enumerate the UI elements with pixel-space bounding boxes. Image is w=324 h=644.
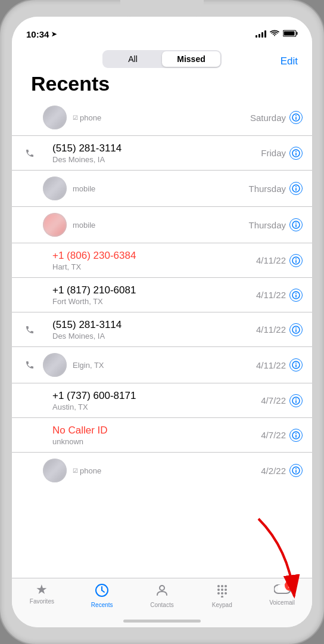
call-date: 4/7/22 — [261, 430, 286, 440]
contact-avatar — [43, 213, 67, 237]
call-sub: mobile — [73, 221, 248, 230]
svg-point-44 — [221, 589, 223, 591]
call-list-item[interactable]: (515) 281-3114 Des Moines, IA Friday — [12, 136, 312, 171]
info-button[interactable] — [289, 182, 303, 195]
svg-rect-7 — [295, 153, 297, 156]
call-date: 4/11/22 — [256, 360, 286, 370]
svg-rect-4 — [295, 117, 297, 120]
call-date: 4/11/22 — [256, 290, 286, 300]
call-list: ☑phone Saturday (515) 281-3114 Des Moine… — [12, 100, 312, 578]
info-button[interactable] — [289, 323, 303, 336]
missed-tab[interactable]: Missed — [162, 51, 220, 67]
svg-point-42 — [225, 585, 227, 587]
call-details: ☑phone — [73, 466, 261, 475]
call-list-item[interactable]: ☑phone 4/2/22 — [12, 453, 312, 488]
call-list-item[interactable]: No Caller ID unknown 4/7/22 — [12, 418, 312, 453]
recents-label: Recents — [91, 602, 113, 608]
call-date: Saturday — [250, 113, 286, 123]
call-date: Thursday — [248, 220, 286, 230]
call-sub-label: unknown — [52, 437, 83, 446]
call-list-item[interactable]: mobile Thursday — [12, 171, 312, 207]
info-button[interactable] — [289, 464, 303, 477]
svg-point-17 — [295, 258, 297, 259]
info-button[interactable] — [289, 358, 303, 371]
contact-avatar — [43, 459, 67, 482]
call-name: No Caller ID — [52, 425, 261, 436]
call-sub-label: Des Moines, IA — [52, 332, 105, 340]
call-details: Elgin, TX — [73, 360, 256, 370]
time-display: 10:34 — [26, 29, 49, 39]
contacts-icon — [155, 583, 169, 600]
edit-button[interactable]: Edit — [281, 55, 298, 67]
home-indicator — [123, 620, 201, 623]
call-sub: mobile — [73, 184, 248, 193]
call-details: mobile — [73, 220, 248, 230]
tab-recents[interactable]: Recents — [72, 583, 132, 608]
call-sub-label: Austin, TX — [52, 402, 88, 411]
call-list-item[interactable]: (515) 281-3114 Des Moines, IA 4/11/22 — [12, 312, 312, 347]
call-sub: unknown — [52, 437, 261, 446]
call-list-item[interactable]: ☑phone Saturday — [12, 100, 312, 136]
tab-keypad[interactable]: Keypad — [192, 583, 252, 608]
call-sub-label: phone — [80, 113, 101, 122]
svg-rect-1 — [297, 32, 298, 35]
segmented-control: All Missed — [102, 50, 222, 68]
svg-point-47 — [221, 592, 223, 595]
info-button[interactable] — [289, 254, 303, 267]
info-button[interactable] — [289, 429, 303, 442]
call-meta: Thursday — [248, 182, 303, 195]
call-date: Friday — [261, 148, 286, 158]
call-meta: 4/11/22 — [256, 289, 303, 302]
info-button[interactable] — [289, 289, 303, 302]
phone-screen: 10:34 ➤ — [12, 17, 312, 627]
svg-point-39 — [160, 586, 164, 590]
svg-point-5 — [295, 115, 297, 116]
call-meta: 4/7/22 — [261, 429, 303, 442]
svg-point-29 — [295, 398, 297, 400]
info-button[interactable] — [289, 218, 303, 231]
contact-type-icon: ☑ — [73, 114, 78, 121]
svg-point-46 — [217, 592, 220, 595]
call-sub: Des Moines, IA — [52, 155, 261, 164]
contacts-label: Contacts — [150, 602, 173, 608]
call-meta: 4/11/22 — [256, 323, 303, 336]
svg-rect-34 — [295, 470, 297, 473]
svg-point-48 — [225, 592, 227, 595]
svg-point-41 — [221, 585, 223, 587]
call-name: +1 (806) 230-6384 — [52, 250, 256, 262]
call-date: 4/11/22 — [256, 255, 286, 265]
signal-icon — [256, 30, 266, 38]
call-list-item[interactable]: +1 (737) 600-8171 Austin, TX 4/7/22 — [12, 383, 312, 418]
notch — [120, 0, 204, 17]
voicemail-count-badge: 5 — [285, 580, 295, 591]
info-button[interactable] — [289, 147, 303, 160]
call-list-item[interactable]: +1 (817) 210-6081 Fort Worth, TX 4/11/22 — [12, 278, 312, 312]
tab-contacts[interactable]: Contacts — [132, 583, 192, 608]
call-details: (515) 281-3114 Des Moines, IA — [52, 143, 261, 164]
svg-point-14 — [295, 222, 297, 224]
svg-rect-31 — [295, 435, 297, 438]
call-sub-label: mobile — [73, 221, 95, 230]
svg-point-35 — [295, 468, 297, 469]
contact-type-icon: ☑ — [73, 467, 78, 474]
keypad-label: Keypad — [212, 602, 232, 608]
call-details: No Caller ID unknown — [52, 425, 261, 446]
phone-icon — [21, 325, 38, 335]
info-button[interactable] — [289, 111, 303, 124]
navigation-arrow-icon: ➤ — [51, 30, 57, 38]
svg-rect-16 — [295, 260, 297, 263]
call-list-item[interactable]: mobile Thursday — [12, 207, 312, 243]
call-sub-label: Des Moines, IA — [52, 155, 105, 164]
call-details: ☑phone — [73, 113, 250, 122]
keypad-icon — [215, 583, 229, 600]
call-meta: 4/11/22 — [256, 254, 303, 267]
call-name: (515) 281-3114 — [52, 143, 261, 154]
call-list-item[interactable]: +1 (806) 230-6384 Hart, TX 4/11/22 — [12, 243, 312, 278]
tab-favorites[interactable]: ★ Favorites — [12, 583, 72, 605]
info-button[interactable] — [289, 394, 303, 407]
call-details: +1 (806) 230-6384 Hart, TX — [52, 250, 256, 271]
call-list-item[interactable]: Elgin, TX 4/11/22 — [12, 347, 312, 383]
call-date: Thursday — [248, 184, 286, 194]
all-tab[interactable]: All — [104, 51, 162, 67]
tab-voicemail[interactable]: 5 Voicemail — [252, 583, 312, 606]
